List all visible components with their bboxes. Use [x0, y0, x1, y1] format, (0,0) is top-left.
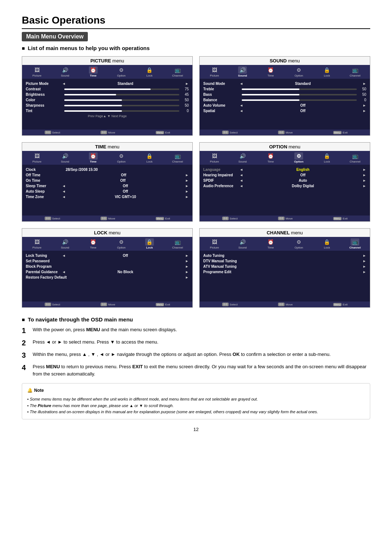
time-icon: ⏰	[89, 66, 98, 74]
sound-row-treble: Treble 50	[203, 86, 366, 92]
picture-menu-content: Picture Mode ◄ Standard ► Contrast 75 Br…	[22, 79, 192, 130]
channel-row-prog: Programme Edit ►	[203, 269, 366, 275]
sound-row-spatial: Spatial ◄ Off ►	[203, 108, 366, 114]
option-menu-title: OPTION menu	[200, 143, 370, 151]
picture-menu-footer: ⊙⊙ Select ⊙⊙ Move Menu Exit	[22, 130, 192, 135]
step-3: 3 Within the menu, press ▲ , ▼ , ◄ or ► …	[22, 351, 370, 360]
snav-lock: 🔒 Lock	[320, 66, 334, 77]
picture-nav-bar: 🖼 Picture 🔊 Sound ⏰ Time ⚙ Option 🔒 Lock…	[22, 65, 192, 79]
lock-icon: 🔒	[145, 66, 154, 74]
sound-menu-footer: ⊙⊙ Select ⊙⊙ Move Menu Exit	[200, 130, 370, 135]
sound-menu-content: Sound Mode ◄ Standard ► Treble 50 Bass 5…	[200, 79, 370, 130]
sound-menu-title: SOUND menu	[200, 57, 370, 65]
channel-menu-content: Auto Tuning ► DTV Manual Tuning ► ATV Ma…	[200, 251, 370, 301]
footer-move: ⊙⊙ Move	[101, 131, 115, 134]
step-1: 1 With the power on, press MENU and the …	[22, 326, 370, 335]
page-number: 12	[22, 427, 370, 432]
time-row-offtime: Off Time Off ►	[26, 172, 189, 178]
time-menu-footer: ⊙⊙ Select ⊙⊙ Move Menu Exit	[22, 216, 192, 221]
step-2: 2 Press ◄ or ► to select menu. Press ▼ t…	[22, 338, 370, 347]
list-heading: List of main menus to help you with oper…	[22, 45, 370, 51]
channel-menu-title: CHANNEL menu	[200, 229, 370, 237]
channel-row-auto: Auto Tuning ►	[203, 253, 366, 258]
nav-channel: 📺 Channel	[170, 66, 185, 77]
time-row-timezone: Time Zone ◄ VIC GMT+10 ►	[26, 194, 189, 200]
sound-menu: SOUND menu 🖼 Picture 🔊 Sound ⏰ Time ⚙ Op…	[199, 56, 370, 136]
lock-nav-bar: 🖼 Picture 🔊 Sound ⏰ Time ⚙ Option 🔒 Lock…	[22, 237, 192, 251]
channel-nav-bar: 🖼 Picture 🔊 Sound ⏰ Time ⚙ Option 🔒 Lock…	[200, 237, 370, 251]
sound-row-balance: Balance 0	[203, 97, 366, 103]
sound-nav-bar: 🖼 Picture 🔊 Sound ⏰ Time ⚙ Option 🔒 Lock…	[200, 65, 370, 79]
time-nav-bar: 🖼 Picture 🔊 Sound ⏰ Time ⚙ Option 🔒 Lock…	[22, 151, 192, 165]
time-row-autosleep: Auto Sleep ◄ Off ►	[26, 189, 189, 194]
picture-prevnext: Prev Page▲ ▼ Next Page	[26, 114, 189, 119]
instructions-section: To navigate through the OSD main menu 1 …	[22, 316, 370, 377]
nav-option: ⚙ Option	[114, 66, 128, 77]
nav-lock: 🔒 Lock	[142, 66, 157, 77]
lock-menu-title: LOCK menu	[22, 229, 192, 237]
snav-time: ⏰ Time	[264, 66, 278, 77]
navigate-heading: To navigate through the OSD main menu	[22, 316, 370, 323]
lock-row-block: Block Program ►	[26, 264, 189, 269]
lock-row-factory: Restore Factory Default ►	[26, 275, 189, 280]
lock-menu-content: Lock Tuning ◄ Off ► Set Password ► Block…	[22, 251, 192, 301]
picture-row-mode: Picture Mode ◄ Standard ►	[26, 81, 189, 86]
time-row-sleep: Sleep Timer ◄ Off ►	[26, 183, 189, 189]
channel-row-atv: ATV Manual Tuning ►	[203, 264, 366, 269]
step-4: 4 Press MENU to return to previous menu.…	[22, 363, 370, 377]
channel-menu: CHANNEL menu 🖼 Picture 🔊 Sound ⏰ Time ⚙ …	[199, 228, 370, 308]
channel-row-dtv: DTV Manual Tuning ►	[203, 258, 366, 264]
note-item-1: Some menu items may be different when th…	[27, 396, 365, 403]
option-row-language: Language ◄ English ►	[203, 167, 366, 172]
option-row-hearing: Hearing Impaired ◄ Off ►	[203, 172, 366, 178]
sound-row-bass: Bass 50	[203, 92, 366, 97]
nav-sound: 🔊 Sound	[58, 66, 72, 77]
sound-icon: 🔊	[61, 66, 69, 74]
picture-row-brightness: Brightness 45	[26, 92, 189, 97]
lock-menu-footer: ⊙⊙ Select ⊙⊙ Move Menu Exit	[22, 301, 192, 307]
option-menu-content: Language ◄ English ► Hearing Impaired ◄ …	[200, 165, 370, 216]
footer-exit: Menu Exit	[156, 131, 170, 134]
snav-channel: 📺 Channel	[348, 66, 362, 77]
step-list: 1 With the power on, press MENU and the …	[22, 326, 370, 377]
option-row-spdif: SPDIF ◄ Auto ►	[203, 178, 366, 183]
note-item-3: The illustrations and on-screen displays…	[27, 409, 365, 415]
time-menu: TIME menu 🖼 Picture 🔊 Sound ⏰ Time ⚙ Opt…	[22, 142, 193, 222]
sound-row-mode: Sound Mode ◄ Standard ►	[203, 81, 366, 86]
snav-sound: 🔊 Sound	[235, 66, 250, 77]
time-row-clock: Clock 28/Sep /2008 15:30	[26, 167, 189, 172]
option-row-audio: Audio Preference ◄ Dolby Digital ►	[203, 183, 366, 189]
lock-row-password: Set Password ►	[26, 258, 189, 264]
note-list: Some menu items may be different when th…	[27, 396, 365, 415]
picture-row-contrast: Contrast 75	[26, 86, 189, 92]
snav-picture: 🖼 Picture	[207, 66, 222, 77]
snav-option: ⚙ Option	[291, 66, 306, 77]
option-icon: ⚙	[117, 66, 126, 74]
picture-menu: PICTURE menu 🖼 Picture 🔊 Sound ⏰ Time ⚙ …	[22, 56, 193, 136]
time-menu-content: Clock 28/Sep /2008 15:30 Off Time Off ► …	[22, 165, 192, 216]
menus-grid: PICTURE menu 🖼 Picture 🔊 Sound ⏰ Time ⚙ …	[22, 56, 370, 308]
channel-icon: 📺	[173, 66, 182, 74]
sound-row-auto: Auto Volume ◄ Off ►	[203, 103, 366, 108]
footer-select: ⊙⊙ Select	[45, 131, 60, 134]
note-title: Note	[27, 387, 365, 394]
lock-row-tuning: Lock Tuning ◄ Off ►	[26, 253, 189, 258]
time-row-ontime: On Time Off ►	[26, 178, 189, 183]
option-nav-bar: 🖼 Picture 🔊 Sound ⏰ Time ⚙ Option 🔒 Lock…	[200, 151, 370, 165]
option-menu: OPTION menu 🖼 Picture 🔊 Sound ⏰ Time ⚙ O…	[199, 142, 370, 222]
option-menu-footer: ⊙⊙ Select ⊙⊙ Move Menu Exit	[200, 216, 370, 221]
picture-row-sharpness: Sharpness 50	[26, 103, 189, 108]
channel-menu-footer: ⊙⊙ Select ⊙⊙ Move Menu Exit	[200, 301, 370, 307]
picture-icon: 🖼	[33, 66, 41, 74]
section-header: Main Menu Overview	[22, 32, 88, 41]
picture-row-color: Color 50	[26, 97, 189, 103]
page-title: Basic Operations	[22, 15, 370, 29]
picture-row-tint: Tint 0	[26, 108, 189, 114]
note-box: Note Some menu items may be different wh…	[22, 383, 370, 419]
lock-menu: LOCK menu 🖼 Picture 🔊 Sound ⏰ Time ⚙ Opt…	[22, 228, 193, 308]
time-menu-title: TIME menu	[22, 143, 192, 151]
nav-time: ⏰ Time	[86, 66, 101, 77]
lock-row-parental: Parental Guidance ◄ No Block ►	[26, 269, 189, 275]
nav-picture: 🖼 Picture	[30, 66, 44, 77]
note-item-2: The Picture menu has more than one page,…	[27, 403, 365, 409]
